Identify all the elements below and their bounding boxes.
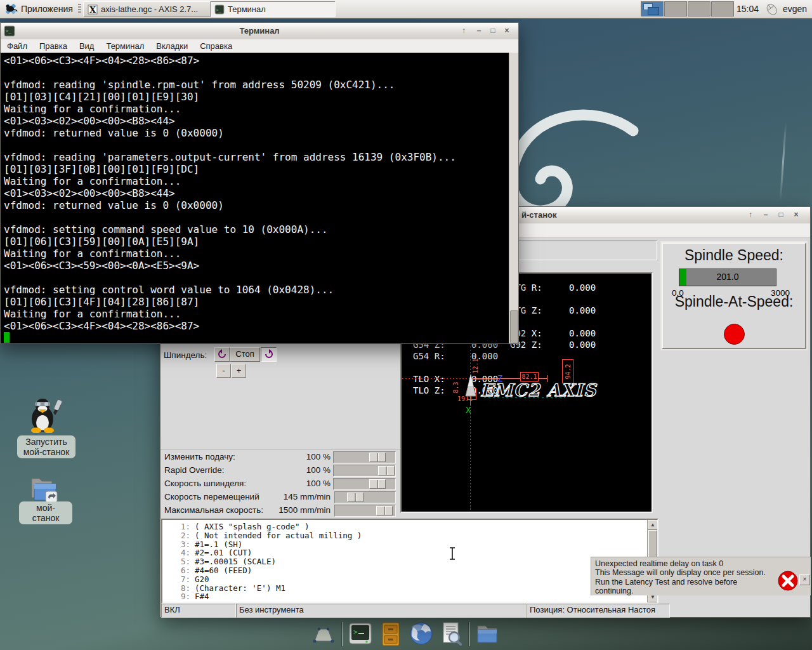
spindle-stop-button[interactable]: Стоп [230,347,260,362]
applications-menu-button[interactable]: Приложения [4,0,73,18]
taskbar-button-terminal[interactable]: >_ Терминал [210,1,336,17]
spindle-speed-max: 3000 [771,288,790,298]
spindle-override-slider[interactable] [333,478,396,490]
slider-handle[interactable] [378,466,395,475]
slider-handle[interactable] [347,493,363,502]
gcode-line-number: 7: [162,575,190,584]
document-search-icon [438,621,466,647]
scroll-up-arrow[interactable]: ▲ [648,520,658,530]
mouse-icon [764,1,779,17]
clock-text: 15:04 [737,4,759,14]
dro-value: 0.000 [569,282,596,293]
globe-icon [407,621,435,647]
workspace-1[interactable] [641,1,664,17]
rapid-override-slider[interactable] [333,465,396,477]
desktop-icon-machine-folder[interactable] [28,475,62,505]
workspace-2[interactable] [664,1,687,17]
x11-icon: X [88,4,98,15]
terminal-output[interactable]: <01><06><C3><4F><04><28><86><87> vfdmod:… [1,53,509,343]
desktop-label-machine-folder[interactable]: мой-станок [19,501,72,524]
slider-value: 100 % [254,479,331,488]
dock-file-cabinet-button[interactable] [377,621,405,650]
dimension-label-8: 8.3 [452,381,459,393]
maximize-button[interactable]: □ [775,209,787,222]
status-position: Позиция: Относительная Настоя [527,604,670,618]
scrollbar-thumb[interactable] [510,310,518,343]
rotate-cw-icon [264,349,274,359]
terminal-line: <01><03><02><00><00><B8><44> [1,115,509,127]
menu-terminal[interactable]: Терминал [106,41,144,51]
slider-handle[interactable] [376,506,393,515]
shade-button[interactable]: ↑ [744,209,757,222]
notification-close-button[interactable]: × [799,574,810,585]
dock: > [308,620,505,649]
desktop-icon-launch-machine[interactable] [25,396,63,433]
dock-show-desktop-button[interactable] [310,621,337,650]
spindle-ccw-button[interactable] [214,347,230,362]
dro-label: TLO X: [413,374,445,384]
workspace-3[interactable] [688,1,710,17]
terminal-line: Waiting for a confirmation... [1,175,509,187]
gcode-line-text: ( Not intended for actual milling ) [195,531,362,540]
shade-button[interactable]: ↑ [457,25,470,37]
label-line: мой-станок [21,447,72,457]
slider-label: Изменить подачу: [164,452,235,461]
terminal-cursor [4,332,10,343]
dock-file-manager-button[interactable] [473,621,501,650]
notification-text: continuing. [595,587,807,595]
menu-help[interactable]: Справка [200,41,232,51]
spindle-speed-title: Spindle Speed: [663,247,805,264]
spindle-slower-button[interactable]: - [216,364,231,378]
menu-edit[interactable]: Правка [39,41,67,51]
dock-web-browser-button[interactable] [407,621,435,650]
close-button[interactable]: × [790,209,802,222]
slider-handle[interactable] [369,479,386,489]
terminal-line: vfdmod: returned value is 0 (0x0000) [1,199,509,211]
gcode-line: 2:( Not intended for actual milling ) [162,531,657,540]
taskbar-button-axis[interactable]: X axis-lathe.ngc - AXIS 2.7... [83,1,211,17]
spindle-faster-button[interactable]: + [232,364,246,378]
dock-terminal-button[interactable]: > [346,621,374,650]
terminal-window-icon: >_ [4,25,15,37]
feed-override-slider[interactable] [333,451,396,463]
taskbar-button-axis-label: axis-lathe.ngc - AXIS 2.7... [101,4,198,14]
mouse-applet[interactable] [764,0,779,18]
slider-handle[interactable] [369,453,386,462]
terminal-icon: >_ [214,4,225,15]
gcode-line-text: G20 [195,574,209,584]
gcode-listing[interactable]: 1:( AXIS "splash g-code" ) 2:( Not inten… [161,519,658,604]
terminal-line: Waiting for a confirmation... [1,308,509,320]
terminal-scrollbar[interactable] [509,53,518,343]
terminal-line: vfdmod: reading 'parameters.output-curre… [1,151,509,163]
status-tool: Без инструмента [236,604,527,618]
dock-find-files-button[interactable] [438,621,466,650]
menu-view[interactable]: Вид [79,41,95,51]
menu-file[interactable]: Файл [7,41,27,51]
tux-penguin-icon [25,396,62,433]
terminal-titlebar[interactable]: >_ Терминал ↑ – □ × [1,23,518,40]
workspace-4[interactable] [711,1,734,17]
dock-separator [469,622,470,646]
slider-label: Скорость перемещений [164,492,259,501]
username: evgen [783,0,807,18]
taskbar-button-terminal-label: Терминал [228,4,266,14]
minimize-button[interactable]: – [473,25,485,37]
max-velocity-slider[interactable] [334,505,396,517]
gcode-line-text: F#4 [195,592,209,601]
close-button[interactable]: × [501,25,513,37]
terminal-line [1,211,509,223]
terminal-line: [01][03][3F][0B][00][01][F9][DC] [1,163,509,175]
minimize-button[interactable]: – [759,209,772,222]
scrollbar-thumb[interactable] [648,530,657,558]
label-line: Запустить [21,437,72,447]
wallpaper-streak [780,122,787,201]
lathe-tool-cursor [462,373,481,400]
maximize-button[interactable]: □ [487,25,499,37]
spindle-cw-button[interactable] [261,347,277,362]
gcode-line-number: 3: [162,540,190,549]
desktop-label-launch-machine[interactable]: Запустить мой-станок [17,435,75,458]
menu-tabs[interactable]: Вкладки [156,41,188,51]
jog-speed-slider[interactable] [334,491,396,503]
realtime-delay-notification: Unexpected realtime delay on task 0 This… [591,557,811,595]
axis-window-title: й-станок [521,207,556,223]
